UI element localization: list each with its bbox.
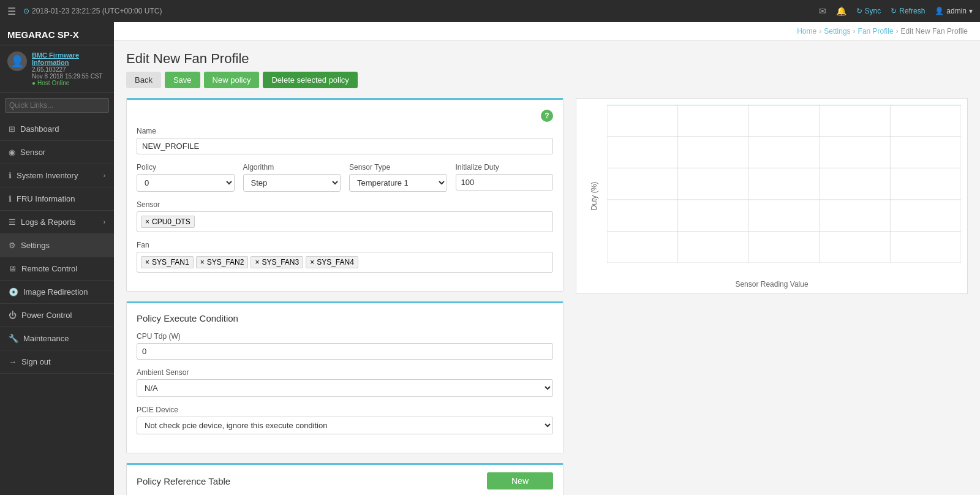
chart-y-label: Duty (%) xyxy=(590,182,598,211)
breadcrumb-settings[interactable]: Settings xyxy=(824,27,850,36)
firmware-info-link[interactable]: BMC Firmware Information xyxy=(32,51,107,66)
sensor-type-col: Sensor Type Temperature 1 xyxy=(349,163,447,192)
policy-select[interactable]: 0 xyxy=(137,174,235,192)
chevron-right-icon: › xyxy=(104,172,105,179)
tag-label: SYS_FAN3 xyxy=(262,258,299,266)
firmware-version: 2.65.103227 xyxy=(32,66,107,73)
sensor-type-select[interactable]: Temperature 1 xyxy=(349,174,447,192)
breadcrumb-sep-2: › xyxy=(853,27,856,36)
cpu-tdp-group: CPU Tdp (W) xyxy=(137,332,553,360)
refresh-button[interactable]: ↻ Refresh xyxy=(891,7,925,15)
ambient-sensor-group: Ambient Sensor N/A xyxy=(137,368,553,397)
sidebar-item-sensor[interactable]: ◉ Sensor xyxy=(0,141,114,164)
ambient-sensor-select[interactable]: N/A xyxy=(137,379,553,397)
user-menu[interactable]: 👤 admin ▾ xyxy=(935,7,973,15)
sidebar-item-remote-control[interactable]: 🖥 Remote Control xyxy=(0,257,114,281)
initialize-duty-input[interactable] xyxy=(456,174,554,191)
sidebar: MEGARAC SP-X 👤 BMC Firmware Information … xyxy=(0,22,114,495)
chart-x-label: Sensor Reading Value xyxy=(735,280,808,289)
quick-links-input[interactable] xyxy=(5,98,109,113)
policy-col: Policy 0 xyxy=(137,163,235,192)
host-status: ● Host Online xyxy=(32,80,107,86)
sidebar-item-sign-out[interactable]: → Sign out xyxy=(0,350,114,374)
sidebar-item-settings[interactable]: ⚙ Settings xyxy=(0,234,114,257)
tag-close-icon[interactable]: × xyxy=(145,258,149,266)
user-details: BMC Firmware Information 2.65.103227 Nov… xyxy=(32,51,107,86)
save-button[interactable]: Save xyxy=(165,72,200,88)
sync-icon: ↻ xyxy=(856,7,862,15)
name-input[interactable] xyxy=(137,138,553,154)
sidebar-item-logs-reports[interactable]: ☰ Logs & Reports › xyxy=(0,211,114,234)
right-panel: 100 80 60 40 20 0 250 200 150 100 50 xyxy=(576,98,968,495)
fan-tag-sysfan3[interactable]: × SYS_FAN3 xyxy=(251,256,303,268)
sidebar-item-power-control[interactable]: ⏻ Power Control xyxy=(0,304,114,327)
new-policy-button[interactable]: New policy xyxy=(204,72,260,88)
tag-label: CPU0_DTS xyxy=(152,217,190,226)
content-area: ? Name Policy 0 xyxy=(114,98,980,495)
left-panel: ? Name Policy 0 xyxy=(126,98,564,495)
sensor-tag-input[interactable]: × CPU0_DTS xyxy=(137,211,553,232)
power-control-icon: ⏻ xyxy=(9,311,17,320)
help-row: ? xyxy=(137,110,553,122)
main-layout: MEGARAC SP-X 👤 BMC Firmware Information … xyxy=(0,22,980,495)
mail-icon[interactable]: ✉ xyxy=(819,6,826,16)
sensor-type-label: Sensor Type xyxy=(349,163,447,172)
breadcrumb-sep-1: › xyxy=(819,27,821,36)
remote-control-icon: 🖥 xyxy=(9,264,17,273)
ambient-sensor-label: Ambient Sensor xyxy=(137,368,553,377)
chevron-right-icon: › xyxy=(104,219,105,225)
new-policy-row-button[interactable]: New xyxy=(487,472,553,489)
sidebar-item-image-redirection[interactable]: 💿 Image Redirection xyxy=(0,281,114,304)
sync-button[interactable]: ↻ Sync xyxy=(856,7,881,15)
pcie-device-select[interactable]: Not check pcie device, ignore this execu… xyxy=(137,417,553,434)
fan-label: Fan xyxy=(137,241,553,249)
policy-ref-table-card: Policy Reference Table New xyxy=(126,463,564,495)
delete-selected-policy-button[interactable]: Delete selected policy xyxy=(263,72,357,88)
refresh-icon: ↻ xyxy=(891,7,897,15)
cpu-tdp-input[interactable] xyxy=(137,343,553,360)
fan-tag-sysfan1[interactable]: × SYS_FAN1 xyxy=(141,256,194,268)
quick-links-container xyxy=(0,93,114,118)
algorithm-select[interactable]: Step xyxy=(243,174,341,192)
brand-title: MEGARAC SP-X xyxy=(7,29,79,40)
tag-close-icon[interactable]: × xyxy=(200,258,205,266)
fan-tag-input[interactable]: × SYS_FAN1 × SYS_FAN2 × SYS_FAN3 xyxy=(137,252,553,273)
back-button[interactable]: Back xyxy=(126,72,161,88)
sidebar-item-label: System Inventory xyxy=(17,171,78,180)
sidebar-item-label: Maintenance xyxy=(23,334,69,343)
fan-tag-sysfan2[interactable]: × SYS_FAN2 xyxy=(196,256,249,268)
sidebar-item-maintenance[interactable]: 🔧 Maintenance xyxy=(0,327,114,350)
name-group: Name xyxy=(137,127,553,154)
topbar: ☰ ⊙ 2018-01-23 23:21:25 (UTC+00:00 UTC) … xyxy=(0,0,980,22)
sensor-tag-cpu0dts[interactable]: × CPU0_DTS xyxy=(141,216,195,228)
sidebar-item-label: Image Redirection xyxy=(23,287,88,297)
tag-close-icon[interactable]: × xyxy=(145,217,149,226)
action-bar: Back Save New policy Delete selected pol… xyxy=(114,72,980,98)
initialize-duty-col: Initialize Duty xyxy=(456,163,554,192)
tag-close-icon[interactable]: × xyxy=(255,258,259,266)
sensor-icon: ◉ xyxy=(9,148,15,157)
sign-out-icon: → xyxy=(9,357,17,366)
profile-card-body: ? Name Policy 0 xyxy=(127,100,563,291)
settings-icon: ⚙ xyxy=(9,241,16,250)
logs-icon: ☰ xyxy=(9,217,16,227)
name-label: Name xyxy=(137,127,553,135)
sidebar-item-label: FRU Information xyxy=(17,194,75,203)
policy-execute-card: Policy Execute Condition CPU Tdp (W) Amb… xyxy=(126,301,564,453)
sidebar-item-system-inventory[interactable]: ℹ System Inventory › xyxy=(0,164,114,187)
sidebar-item-dashboard[interactable]: ⊞ Dashboard xyxy=(0,118,114,141)
hamburger-icon[interactable]: ☰ xyxy=(7,6,16,17)
maintenance-icon: 🔧 xyxy=(9,334,18,343)
sensor-group: Sensor × CPU0_DTS xyxy=(137,200,553,232)
sidebar-brand: MEGARAC SP-X xyxy=(0,22,114,45)
pcie-device-group: PCIE Device Not check pcie device, ignor… xyxy=(137,406,553,434)
breadcrumb-fan-profile[interactable]: Fan Profile xyxy=(858,27,894,36)
policy-ref-table-header: Policy Reference Table New xyxy=(127,465,563,495)
tag-close-icon[interactable]: × xyxy=(310,258,314,266)
help-icon[interactable]: ? xyxy=(541,110,553,122)
breadcrumb-home[interactable]: Home xyxy=(797,27,816,36)
sidebar-item-fru-information[interactable]: ℹ FRU Information xyxy=(0,187,114,211)
chart-container: 100 80 60 40 20 0 250 200 150 100 50 xyxy=(576,98,968,294)
fan-tag-sysfan4[interactable]: × SYS_FAN4 xyxy=(306,256,358,268)
bell-icon[interactable]: 🔔 xyxy=(836,6,846,16)
